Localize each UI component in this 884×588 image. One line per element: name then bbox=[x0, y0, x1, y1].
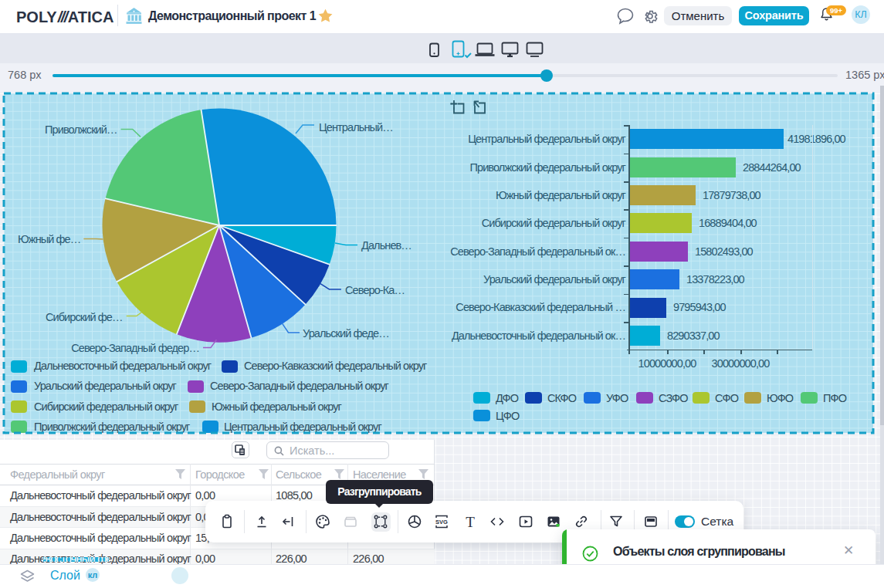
svg-text:SVG: SVG bbox=[435, 519, 448, 525]
